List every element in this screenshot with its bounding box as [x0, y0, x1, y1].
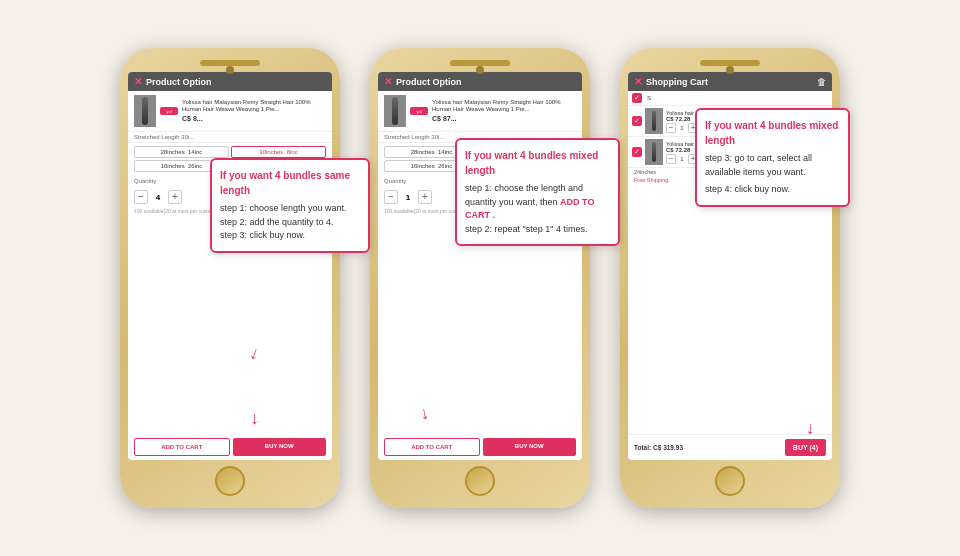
callout1-step1: step 1: choose length you want.: [220, 202, 360, 216]
phone1-screen: ✕ Product Option yol Yolissa hair Malays…: [128, 72, 332, 460]
phone2-product-price: C$ 87...: [432, 114, 576, 123]
phone1-qty-controls: − 4 +: [134, 190, 182, 204]
phone2: ✕ Product Option yol Yolissa hair Malays…: [370, 48, 590, 508]
callout3-step4: step 4: click buy now.: [705, 183, 840, 197]
phone1-product-row: yol Yolissa hair Malaysian Remy Straight…: [128, 91, 332, 132]
phone2-product-name: Yolissa hair Malaysian Remy Straight Hai…: [432, 99, 576, 115]
callout1-step2: step 2: add the quantity to 4.: [220, 216, 360, 230]
phone3-select-label: S: [647, 95, 651, 101]
phone2-brand: yol: [410, 107, 428, 115]
phone2-qty-controls: − 1 +: [384, 190, 432, 204]
phone2-header: ✕ Product Option: [378, 72, 582, 91]
phone1-buy-now[interactable]: BUY NOW: [233, 438, 327, 456]
callout3-title: If you want 4 bundles mixed length: [705, 118, 840, 148]
phone2-add-to-cart[interactable]: ADD TO CART: [384, 438, 480, 456]
phone1-qty-value: 4: [152, 193, 164, 202]
phone3-buy-button[interactable]: BUY (4): [785, 439, 826, 456]
phone3-close[interactable]: ✕: [634, 76, 642, 87]
phone2-title: Product Option: [396, 77, 576, 87]
phone1-wrapper: If you want 4 bundles same length step 1…: [120, 48, 340, 508]
phone1-size-30[interactable]: 30inches 8inc: [231, 146, 326, 158]
phone2-actions: ADD TO CART BUY NOW: [378, 434, 582, 460]
phone3-arrow-buy: ↓: [805, 418, 816, 440]
phone3-total-value: Total: C$ 319.93: [634, 444, 683, 451]
phone3-wrapper: If you want 4 bundles mixed length step …: [620, 48, 840, 508]
callout2-highlight: ADD TO CART .: [465, 197, 594, 221]
phone1-product-price: C$ 8...: [182, 114, 326, 123]
phone1-product-name: Yolissa hair Malaysian Remy Straight Hai…: [182, 99, 326, 115]
phone3-cart-footer: Total: C$ 319.93 BUY (4): [628, 434, 832, 460]
phone2-hair-icon: [392, 97, 398, 125]
phone2-camera: [476, 66, 484, 74]
phone3-item2-minus[interactable]: −: [666, 154, 676, 164]
phone3-item1-qty: 1: [678, 125, 686, 131]
phone2-close[interactable]: ✕: [384, 76, 392, 87]
phone1-brand: yol: [160, 107, 178, 115]
phone3-item1-hair: [652, 111, 656, 131]
phone2-buy-now[interactable]: BUY NOW: [483, 438, 577, 456]
phone3-title: Shopping Cart: [646, 77, 813, 87]
phone2-home-btn[interactable]: [465, 466, 495, 496]
phone3-select-all-check[interactable]: ✓: [632, 93, 642, 103]
phone3-item1-check[interactable]: ✓: [632, 116, 642, 126]
phone2-wrapper: If you want 4 bundles mixed length step …: [370, 48, 590, 508]
phone1-qty-plus[interactable]: +: [168, 190, 182, 204]
phone1-title: Product Option: [146, 77, 326, 87]
phone2-product-thumb: [384, 95, 406, 127]
phone3-item2-thumb: [645, 139, 663, 165]
callout2-step2: step 2: repeat "step 1" 4 times.: [465, 223, 610, 237]
phone3-item1-minus[interactable]: −: [666, 123, 676, 133]
phone3-home-btn[interactable]: [715, 466, 745, 496]
phone3-item1-thumb: [645, 108, 663, 134]
phone1-home-btn[interactable]: [215, 466, 245, 496]
phone3-callout: If you want 4 bundles mixed length step …: [695, 108, 850, 207]
phone1-arrow-cart: ↓: [250, 408, 259, 429]
phone2-product-row: yol Yolissa hair Malaysian Remy Straight…: [378, 91, 582, 132]
phone3-item2-check[interactable]: ✓: [632, 147, 642, 157]
phone3-cart-total: Total: C$ 319.93: [634, 444, 781, 451]
phone2-callout: If you want 4 bundles mixed length step …: [455, 138, 620, 246]
phone1-size-28[interactable]: 28inches 14inc: [134, 146, 229, 158]
callout1-step3: step 3: click buy now.: [220, 229, 360, 243]
callout1-title: If you want 4 bundles same length: [220, 168, 360, 198]
phone3-camera: [726, 66, 734, 74]
callout3-step3: step 3: go to cart, select all available…: [705, 152, 840, 179]
phone1-camera: [226, 66, 234, 74]
phone2-qty-minus[interactable]: −: [384, 190, 398, 204]
phone1-qty-minus[interactable]: −: [134, 190, 148, 204]
phone2-qty-plus[interactable]: +: [418, 190, 432, 204]
phone1-add-to-cart[interactable]: ADD TO CART: [134, 438, 230, 456]
phone3-trash-icon[interactable]: 🗑: [817, 77, 826, 87]
callout2-title: If you want 4 bundles mixed length: [465, 148, 610, 178]
phone1-close[interactable]: ✕: [134, 76, 142, 87]
phone2-product-info: Yolissa hair Malaysian Remy Straight Hai…: [432, 99, 576, 124]
phone2-qty-value: 1: [402, 193, 414, 202]
phone1-section-label: Stretched Length 30i...: [128, 132, 332, 143]
phone3-header: ✕ Shopping Cart 🗑: [628, 72, 832, 91]
phone1-header: ✕ Product Option: [128, 72, 332, 91]
phone2-qty-label: Quantity: [384, 178, 406, 184]
phone1-product-thumb: [134, 95, 156, 127]
phone1-qty-label: Quantity: [134, 178, 156, 184]
phone3-item2-hair: [652, 142, 656, 162]
phone2-screen: ✕ Product Option yol Yolissa hair Malays…: [378, 72, 582, 460]
phone3-item2-qty: 1: [678, 156, 686, 162]
phone1-hair-icon: [142, 97, 148, 125]
phone3-cart-select-all: ✓ S: [628, 91, 832, 106]
callout2-step1: step 1: choose the length and quantity y…: [465, 182, 610, 223]
phone1-actions: ADD TO CART BUY NOW: [128, 434, 332, 460]
phone1-product-info: Yolissa hair Malaysian Remy Straight Hai…: [182, 99, 326, 124]
phone1-callout: If you want 4 bundles same length step 1…: [210, 158, 370, 253]
phone1: ✕ Product Option yol Yolissa hair Malays…: [120, 48, 340, 508]
